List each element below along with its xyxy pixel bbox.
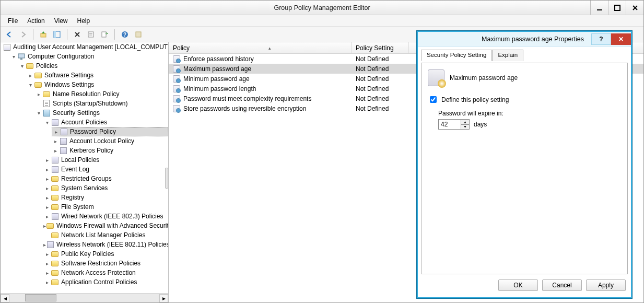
tree-account-lockout[interactable]: Account Lockout Policy bbox=[69, 137, 134, 145]
toolbar-separator bbox=[33, 29, 33, 40]
folder-icon bbox=[34, 80, 42, 89]
gpo-icon bbox=[3, 43, 11, 51]
dialog-titlebar: Maximum password age Properties ? ✕ bbox=[418, 32, 631, 46]
tree-kerberos[interactable]: Kerberos Policy bbox=[69, 147, 113, 154]
dialog-close-button[interactable]: ✕ bbox=[611, 33, 631, 45]
ok-button[interactable]: OK bbox=[498, 279, 538, 291]
tree-scripts[interactable]: Scripts (Startup/Shutdown) bbox=[53, 100, 127, 107]
svg-rect-13 bbox=[20, 59, 22, 60]
folder-icon bbox=[51, 174, 59, 183]
policy-item-icon bbox=[173, 55, 180, 63]
col-policy-header[interactable]: Policy▴ bbox=[169, 42, 352, 53]
tree-windows-settings[interactable]: Windows Settings bbox=[44, 81, 94, 88]
tree-restricted-groups[interactable]: Restricted Groups bbox=[61, 175, 112, 182]
menu-view[interactable]: View bbox=[50, 16, 72, 26]
filter-button[interactable] bbox=[133, 29, 144, 40]
dialog-help-button[interactable]: ? bbox=[591, 33, 611, 45]
tree-system-services[interactable]: System Services bbox=[61, 184, 108, 192]
apply-button[interactable]: Apply bbox=[586, 279, 626, 291]
policy-name-label: Maximum password age bbox=[450, 74, 518, 81]
tree-password-policy[interactable]: Password Policy bbox=[70, 128, 116, 135]
tree-application-control[interactable]: Application Control Policies bbox=[61, 278, 137, 286]
tab-security-policy-setting[interactable]: Security Policy Setting bbox=[421, 50, 492, 61]
tree-account-policies[interactable]: Account Policies bbox=[61, 119, 107, 126]
tree-policies[interactable]: Policies bbox=[36, 62, 57, 69]
minimize-button[interactable] bbox=[590, 1, 608, 15]
tree-public-key[interactable]: Public Key Policies bbox=[61, 250, 114, 258]
maximize-button[interactable] bbox=[608, 1, 626, 15]
policy-item-icon bbox=[173, 95, 180, 102]
tree-hscrollbar[interactable]: ◂ ▸ bbox=[1, 293, 168, 302]
toolbar-separator bbox=[114, 29, 115, 40]
policy-item-icon bbox=[173, 85, 180, 92]
tree-computer-config[interactable]: Computer Configuration bbox=[28, 53, 94, 60]
menu-file[interactable]: File bbox=[4, 16, 22, 26]
forward-button[interactable] bbox=[17, 29, 29, 40]
folder-icon bbox=[51, 250, 59, 258]
svg-rect-12 bbox=[18, 54, 25, 58]
close-button[interactable] bbox=[626, 1, 643, 15]
tree-wireless-network[interactable]: Wireless Network (IEEE 802.11) Policies bbox=[56, 241, 168, 248]
export-list-button[interactable] bbox=[99, 29, 110, 40]
tree-software-settings[interactable]: Software Settings bbox=[44, 72, 93, 79]
tree-root[interactable]: Auditing User Account Management [LOCAL_… bbox=[13, 43, 168, 51]
folder-icon bbox=[42, 90, 51, 98]
properties-button[interactable] bbox=[85, 29, 97, 40]
define-policy-checkbox[interactable] bbox=[430, 96, 437, 103]
policy-icon bbox=[51, 212, 59, 220]
tree-local-policies[interactable]: Local Policies bbox=[61, 156, 99, 164]
scroll-left-button[interactable]: ◂ bbox=[1, 294, 9, 302]
tree-nap[interactable]: Network Access Protection bbox=[61, 269, 136, 276]
spin-up-button[interactable]: ▲ bbox=[461, 120, 469, 125]
show-hide-tree-button[interactable] bbox=[51, 29, 63, 40]
scroll-right-button[interactable]: ▸ bbox=[159, 294, 168, 302]
tree-name-resolution[interactable]: Name Resolution Policy bbox=[53, 90, 119, 98]
tree-view[interactable]: Auditing User Account Management [LOCAL_… bbox=[1, 42, 168, 293]
folder-icon bbox=[46, 222, 54, 230]
tree-windows-firewall[interactable]: Windows Firewall with Advanced Security bbox=[56, 222, 168, 229]
splitter-grip[interactable] bbox=[165, 168, 168, 189]
days-input[interactable] bbox=[439, 120, 461, 129]
window-controls bbox=[590, 1, 643, 15]
tree-network-list[interactable]: Network List Manager Policies bbox=[61, 231, 145, 239]
delete-button[interactable] bbox=[72, 29, 83, 40]
tab-explain[interactable]: Explain bbox=[492, 50, 523, 61]
tree-event-log[interactable]: Event Log bbox=[61, 166, 89, 173]
back-button[interactable] bbox=[4, 29, 15, 40]
tree-wired-network[interactable]: Wired Network (IEEE 802.3) Policies bbox=[61, 213, 163, 220]
policy-icon bbox=[46, 240, 54, 249]
days-spinbox[interactable]: ▲ ▼ bbox=[438, 119, 470, 130]
tree-security-settings[interactable]: Security Settings bbox=[53, 109, 100, 116]
computer-icon bbox=[17, 52, 26, 61]
menu-help[interactable]: Help bbox=[73, 16, 95, 26]
folder-icon bbox=[51, 278, 59, 286]
up-button[interactable] bbox=[38, 29, 49, 40]
title-bar: Group Policy Management Editor bbox=[1, 1, 643, 15]
col-setting-header[interactable]: Policy Setting bbox=[352, 42, 409, 53]
policy-large-icon bbox=[428, 69, 444, 86]
tree-file-system[interactable]: File System bbox=[61, 203, 94, 211]
days-unit-label: days bbox=[474, 121, 487, 128]
scroll-track[interactable] bbox=[9, 294, 159, 302]
dialog-tabs: Security Policy Setting Explain bbox=[421, 50, 628, 61]
policy-item-icon bbox=[173, 105, 180, 112]
define-policy-checkbox-row[interactable]: Define this policy setting bbox=[428, 95, 621, 104]
tree-software-restriction[interactable]: Software Restriction Policies bbox=[61, 260, 140, 267]
scroll-thumb[interactable] bbox=[25, 294, 56, 301]
svg-rect-5 bbox=[88, 32, 93, 37]
main-window: Group Policy Management Editor File Acti… bbox=[0, 0, 644, 303]
spin-down-button[interactable]: ▼ bbox=[461, 125, 469, 130]
menu-bar: File Action View Help bbox=[1, 15, 643, 27]
folder-icon bbox=[51, 184, 59, 192]
security-icon bbox=[42, 109, 51, 117]
svg-rect-2 bbox=[41, 33, 46, 37]
help-button[interactable]: ? bbox=[119, 29, 131, 40]
svg-rect-11 bbox=[136, 32, 141, 37]
svg-text:?: ? bbox=[123, 32, 126, 38]
cancel-button[interactable]: Cancel bbox=[542, 279, 582, 291]
properties-dialog: Maximum password age Properties ? ✕ Secu… bbox=[417, 31, 632, 298]
tree-pane: Auditing User Account Management [LOCAL_… bbox=[1, 42, 169, 302]
policy-item-icon bbox=[173, 65, 180, 73]
menu-action[interactable]: Action bbox=[23, 16, 49, 26]
tree-registry[interactable]: Registry bbox=[61, 194, 84, 201]
